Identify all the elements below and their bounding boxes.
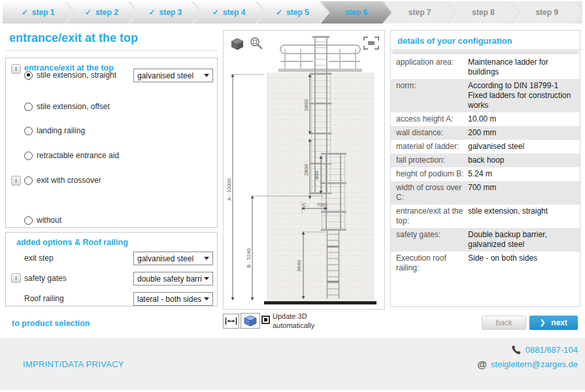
- update-3d-checkbox[interactable]: [261, 316, 270, 324]
- radio-icon[interactable]: [24, 152, 33, 160]
- info-icon[interactable]: i: [11, 273, 21, 283]
- radio-icon[interactable]: [24, 103, 33, 111]
- radio-exit-with-crossover[interactable]: exit with crossover: [24, 175, 101, 186]
- cube-3d-icon[interactable]: [230, 37, 244, 51]
- radio-landing-railing[interactable]: landing railing: [24, 125, 85, 136]
- tab-step-5[interactable]: ✓ step 5: [257, 1, 327, 24]
- details-title: details of your configuration: [391, 31, 580, 50]
- config-row: application area:Maintenance ladder for …: [391, 56, 580, 79]
- email-address[interactable]: steigleitern@zarges.de: [491, 359, 578, 369]
- config-value: 5.24 m: [468, 167, 580, 181]
- info-icon[interactable]: i: [11, 176, 21, 186]
- contact-email[interactable]: @ steigleitern@zarges.de: [477, 359, 578, 369]
- tab-step-1[interactable]: ✓ step 1: [3, 1, 73, 24]
- check-icon: ✓: [148, 8, 155, 16]
- roof-railing-select[interactable]: lateral - both sides: [133, 292, 213, 306]
- chevron-down-icon: [204, 297, 209, 301]
- safety-gates-select[interactable]: double safety barrier,: [133, 272, 213, 286]
- config-value: Maintenance ladder for buildings: [468, 56, 580, 79]
- fullscreen-icon[interactable]: [363, 37, 379, 50]
- title-divider: [5, 50, 218, 51]
- select-value: double safety barrier,: [137, 274, 202, 284]
- chevron-down-icon: [204, 277, 209, 280]
- details-scrollbar[interactable]: [392, 51, 578, 54]
- config-label: Execution roof railing:: [391, 252, 468, 275]
- step-label: step 1: [32, 8, 55, 17]
- tab-step-9[interactable]: step 9: [512, 1, 582, 24]
- chevron-right-icon: ❯: [540, 319, 545, 326]
- exit-step-label: exit step: [24, 253, 54, 263]
- radio-selected-icon[interactable]: [24, 71, 33, 80]
- contact-phone[interactable]: 0881/687-104: [511, 345, 578, 355]
- config-row: access height A:10.00 m: [391, 112, 580, 126]
- config-row: safety gates:Double backup barrier, galv…: [391, 228, 580, 252]
- entrance-exit-panel: i entrance/exit at the top stile extensi…: [5, 57, 218, 228]
- configuration-details-panel: details of your configuration applicatio…: [390, 30, 580, 307]
- radio-retractable-entrance-aid[interactable]: retractable entrance aid: [24, 150, 119, 161]
- config-value: Double backup barrier, galvanized steel: [468, 228, 580, 252]
- dimension-label-3640: 3640: [296, 260, 302, 272]
- radio-label: without: [37, 216, 61, 225]
- radio-icon[interactable]: [24, 216, 33, 225]
- ladder-configurator-app: ✓ step 1 ✓ step 2 ✓ step 3 ✓ step 4 ✓ st…: [0, 0, 585, 392]
- radio-icon[interactable]: [24, 127, 33, 135]
- step-navigation: ✓ step 1 ✓ step 2 ✓ step 3 ✓ step 4 ✓ st…: [3, 1, 582, 24]
- radio-icon[interactable]: [24, 176, 33, 185]
- next-button[interactable]: ❯ next: [529, 316, 578, 330]
- dimension-label-2800-mid: 2800: [303, 164, 309, 176]
- config-value: 200 mm: [468, 126, 580, 140]
- to-product-selection-link[interactable]: to product selection: [12, 319, 90, 328]
- config-label: norm:: [391, 79, 468, 112]
- phone-icon: [511, 345, 521, 355]
- step-label: step 6: [344, 8, 367, 17]
- page-title: entrance/exit at the top: [9, 31, 138, 45]
- tab-step-7[interactable]: step 7: [384, 1, 455, 24]
- radio-stile-extension-offset[interactable]: stile extension, offset: [24, 101, 110, 112]
- zoom-icon[interactable]: [249, 36, 263, 50]
- imprint-data-privacy-link[interactable]: IMPRINT/DATA PRIVACY: [23, 359, 124, 369]
- safety-gates-label: safety gates: [24, 274, 67, 283]
- tab-step-2[interactable]: ✓ step 2: [66, 1, 137, 24]
- info-icon[interactable]: i: [11, 64, 21, 74]
- exit-step-select[interactable]: galvanised steel: [133, 252, 213, 265]
- at-icon: @: [477, 359, 487, 369]
- back-button[interactable]: back: [482, 316, 526, 330]
- footer: IMPRINT/DATA PRIVACY 0881/687-104 @ stei…: [0, 338, 585, 390]
- check-icon: ✓: [22, 8, 28, 16]
- check-icon: ✓: [85, 8, 92, 16]
- chevron-down-icon: [204, 74, 209, 77]
- dimension-label-2800-top: 2800: [303, 99, 309, 111]
- drawing-viewer: A : 10000 B : 5240 2800 2800 800 C : 700…: [223, 30, 385, 310]
- tab-step-8[interactable]: step 8: [448, 1, 518, 24]
- update-3d-label: Update 3D automatically: [273, 312, 324, 331]
- next-button-label: next: [551, 318, 567, 327]
- step-label: step 2: [95, 8, 118, 17]
- radio-label: stile extension, offset: [37, 102, 110, 111]
- dimension-label-800: 800: [314, 171, 320, 180]
- config-label: width of cross over C:: [391, 181, 468, 204]
- config-row: Execution roof railing:Side - on both si…: [391, 252, 580, 275]
- radio-stile-extension-straight[interactable]: stile extension, straight: [24, 70, 116, 80]
- config-label: wall distance:: [391, 126, 468, 140]
- toggle-dimensions-button[interactable]: [223, 314, 239, 329]
- config-label: height of podium B:: [391, 167, 468, 181]
- added-options-panel: added options & Roof railing exit step g…: [5, 232, 218, 306]
- dimension-label-c: C :: [303, 202, 309, 208]
- radio-label: stile extension, straight: [37, 71, 116, 80]
- material-select[interactable]: galvanised steel: [133, 69, 213, 82]
- show-3d-button[interactable]: [241, 313, 260, 329]
- config-value: According to DIN 18799-1 Fixed ladders f…: [468, 79, 580, 112]
- radio-without[interactable]: without: [24, 215, 61, 225]
- radio-label: retractable entrance aid: [37, 151, 119, 160]
- select-value: lateral - both sides: [137, 295, 202, 304]
- phone-number[interactable]: 0881/687-104: [526, 345, 578, 355]
- check-icon: ✓: [212, 8, 219, 16]
- config-label: entrance/exit at the top:: [391, 204, 468, 228]
- tab-step-3[interactable]: ✓ step 3: [130, 1, 201, 24]
- config-label: application area:: [391, 56, 468, 79]
- dimension-label-b: B : 5240: [246, 248, 252, 268]
- radio-label: landing railing: [37, 126, 85, 135]
- config-label: material of ladder:: [391, 140, 468, 154]
- tab-step-4[interactable]: ✓ step 4: [193, 1, 264, 24]
- tab-step-6-active[interactable]: step 6: [321, 1, 392, 24]
